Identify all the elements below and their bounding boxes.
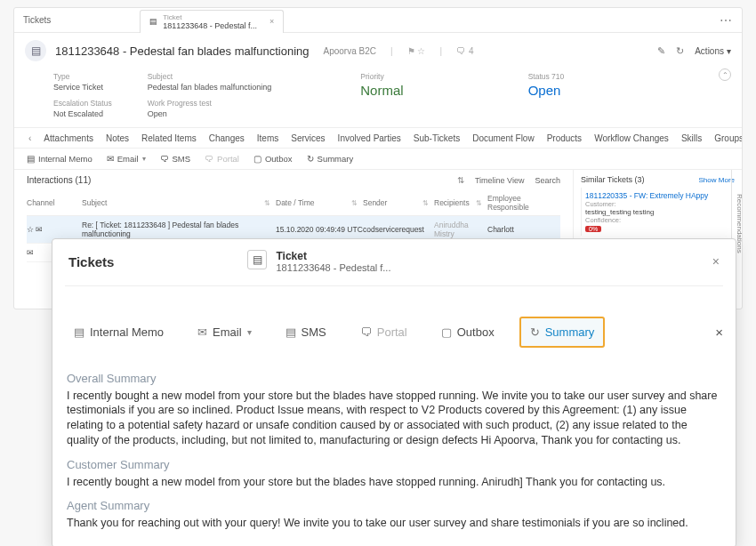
divider bbox=[65, 285, 723, 286]
channel-icon: ✉ bbox=[27, 248, 34, 257]
compose-sms[interactable]: 🗨 SMS bbox=[160, 154, 191, 164]
ticket-source: Apoorva B2C bbox=[324, 46, 376, 56]
tab-workflow-changes[interactable]: Workflow Changes bbox=[594, 133, 669, 143]
tab-groups[interactable]: Groups bbox=[714, 133, 742, 143]
workprogress-label: Work Progress test bbox=[148, 99, 272, 108]
comment-count[interactable]: 🗨 4 bbox=[456, 46, 474, 56]
close-popup-icon[interactable]: × bbox=[712, 254, 720, 269]
customer-summary-text: I recently bought a new model from your … bbox=[67, 475, 721, 490]
ticket-icon-circle: ▤ bbox=[25, 40, 46, 61]
overall-summary-heading: Overall Summary bbox=[67, 371, 721, 387]
tab-related-items[interactable]: Related Items bbox=[141, 133, 197, 143]
nav-prev-icon[interactable]: ‹ bbox=[28, 133, 31, 143]
interactions-title: Interactions bbox=[27, 175, 73, 185]
collapse-info-icon[interactable]: ⌃ bbox=[719, 68, 731, 81]
priority-value: Normal bbox=[360, 83, 403, 98]
popup-tab-portal: 🗨Portal bbox=[351, 318, 416, 346]
summary-icon: ↻ bbox=[530, 325, 540, 339]
refresh-icon[interactable]: ↻ bbox=[676, 45, 684, 57]
similar-count: (3) bbox=[635, 175, 645, 184]
search-btn[interactable]: Search bbox=[535, 176, 560, 185]
interactions-count: (11) bbox=[75, 175, 91, 185]
tab-changes[interactable]: Changes bbox=[209, 133, 245, 143]
tab-items[interactable]: Items bbox=[257, 133, 278, 143]
outbox-icon: ▢ bbox=[441, 325, 452, 339]
escalation-value: Not Escalated bbox=[53, 109, 112, 118]
compose-email[interactable]: ✉ Email ▾ bbox=[107, 154, 146, 164]
show-more-link[interactable]: Show More bbox=[699, 176, 735, 184]
more-icon[interactable]: ⋯ bbox=[720, 13, 733, 28]
ticket-icon: ▤ bbox=[247, 250, 267, 269]
similar-title: Similar Tickets bbox=[581, 175, 632, 184]
col-recipients[interactable]: Recipients bbox=[434, 198, 470, 207]
sort-icon[interactable]: ⇅ bbox=[457, 175, 464, 185]
compose-subnav: ▤ Internal Memo ✉ Email ▾ 🗨 SMS 🗨 Portal… bbox=[14, 149, 742, 170]
summary-body: Overall Summary I recently bought a new … bbox=[52, 357, 736, 546]
memo-icon: ▤ bbox=[74, 325, 84, 339]
escalation-label: Escalation Status bbox=[53, 99, 112, 108]
tab-services[interactable]: Services bbox=[291, 133, 325, 143]
popup-tabs: ▤Internal Memo ✉Email▾ ▤SMS 🗨Portal ▢Out… bbox=[52, 308, 736, 357]
email-icon: ✉ bbox=[197, 325, 207, 339]
ticket-title: 1811233648 - Pedestal fan blades malfunc… bbox=[55, 44, 310, 58]
popup-tab-title: 1811233648 - Pedestal f... bbox=[276, 262, 390, 273]
col-employee[interactable]: Employee Responsible bbox=[487, 194, 560, 212]
col-sender[interactable]: Sender bbox=[363, 198, 387, 207]
actions-button[interactable]: Actions ▾ bbox=[695, 46, 731, 56]
popup-header: Tickets ▤ Ticket 1811233648 - Pedestal f… bbox=[52, 239, 736, 280]
tab-involved-parties[interactable]: Involved Parties bbox=[338, 133, 401, 143]
compose-outbox[interactable]: ▢ Outbox bbox=[253, 154, 293, 164]
status-value: Open bbox=[528, 83, 565, 98]
popup-tab-summary[interactable]: ↻Summary bbox=[519, 317, 606, 348]
confidence-badge: 0% bbox=[585, 226, 601, 232]
chevron-down-icon[interactable]: ▾ bbox=[247, 327, 252, 337]
popup-title: Tickets bbox=[68, 254, 114, 269]
tab-title: 1811233648 - Pedestal f... bbox=[163, 21, 257, 30]
interactions-table-header: Channel Subject⇅ Date / Time⇅ Sender⇅ Re… bbox=[27, 190, 560, 216]
edit-icon[interactable]: ✎ bbox=[657, 45, 665, 57]
background-topbar: Tickets ▤ Ticket 1811233648 - Pedestal f… bbox=[14, 8, 742, 33]
col-date[interactable]: Date / Time bbox=[276, 198, 314, 207]
popup-tab-sms[interactable]: ▤SMS bbox=[277, 318, 335, 346]
close-tab-icon[interactable]: × bbox=[269, 17, 274, 26]
popup-tab-outbox[interactable]: ▢Outbox bbox=[432, 318, 503, 346]
ticket-info-row: Type Service Ticket Escalation Status No… bbox=[14, 68, 742, 127]
customer-summary-heading: Customer Summary bbox=[67, 457, 721, 473]
type-value: Service Ticket bbox=[53, 83, 112, 92]
portal-icon: 🗨 bbox=[360, 325, 372, 339]
ticket-icon: ▤ bbox=[149, 17, 157, 26]
popup-tab-internal-memo[interactable]: ▤Internal Memo bbox=[65, 318, 173, 346]
channel-icon: ☆ ✉ bbox=[27, 225, 43, 234]
similar-ticket-item[interactable]: 1811220335 - FW: Extremely HAppy Custome… bbox=[581, 188, 735, 236]
tab-skills[interactable]: Skills bbox=[681, 133, 702, 143]
agent-summary-text: Thank you for reaching out with your que… bbox=[67, 516, 721, 531]
ticket-nav-tabs: ‹ Attachments Notes Related Items Change… bbox=[14, 127, 742, 149]
compose-summary[interactable]: ↻ Summary bbox=[307, 154, 354, 164]
type-label: Type bbox=[53, 72, 112, 81]
priority-label: Priority bbox=[360, 72, 403, 81]
timeline-view-btn[interactable]: Timeline View bbox=[475, 176, 525, 185]
open-ticket-tab[interactable]: ▤ Ticket 1811233648 - Pedestal f... × bbox=[140, 10, 284, 33]
tab-attachments[interactable]: Attachments bbox=[44, 133, 93, 143]
close-tabs-icon[interactable]: × bbox=[715, 325, 723, 340]
tab-category: Ticket bbox=[163, 13, 257, 21]
popup-tab-category: Ticket bbox=[276, 250, 390, 262]
ticket-flag-icons[interactable]: ⚑ ☆ bbox=[407, 46, 426, 56]
ticket-header: ▤ 1811233648 - Pedestal fan blades malfu… bbox=[14, 33, 742, 68]
breadcrumb-title[interactable]: Tickets bbox=[23, 15, 51, 25]
agent-summary-heading: Agent Summary bbox=[67, 498, 721, 514]
col-channel[interactable]: Channel bbox=[27, 198, 55, 207]
tab-products[interactable]: Products bbox=[547, 133, 582, 143]
compose-portal: 🗨 Portal bbox=[205, 154, 239, 164]
status-label: Status 710 bbox=[528, 72, 565, 81]
workprogress-value: Open bbox=[148, 109, 272, 118]
col-subject[interactable]: Subject bbox=[82, 198, 107, 207]
compose-internal-memo[interactable]: ▤ Internal Memo bbox=[27, 154, 92, 164]
tab-notes[interactable]: Notes bbox=[106, 133, 129, 143]
overall-summary-text: I recently bought a new model from your … bbox=[67, 389, 721, 449]
popup-tab-email[interactable]: ✉Email▾ bbox=[189, 318, 261, 346]
tab-document-flow[interactable]: Document Flow bbox=[472, 133, 534, 143]
subject-label: Subject bbox=[148, 72, 272, 81]
ticket-popup: Tickets ▤ Ticket 1811233648 - Pedestal f… bbox=[52, 238, 736, 546]
tab-sub-tickets[interactable]: Sub-Tickets bbox=[414, 133, 460, 143]
